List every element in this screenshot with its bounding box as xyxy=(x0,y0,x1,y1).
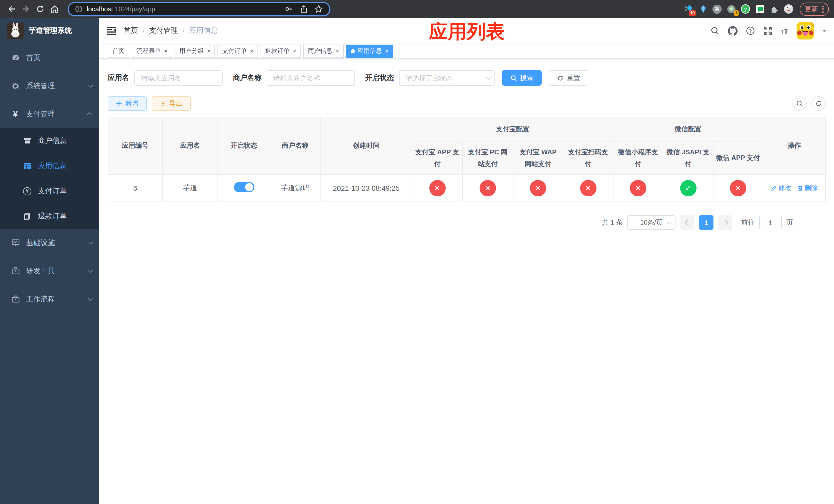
fullscreen-icon[interactable] xyxy=(764,26,773,36)
browser-update-button[interactable]: 更新 xyxy=(799,2,829,16)
tab-pay-orders[interactable]: 支付订单 xyxy=(218,44,258,58)
balloon-icon xyxy=(699,4,707,14)
col-alipay-app: 支付宝 APP 支付 xyxy=(412,142,462,175)
tab-app-info[interactable]: 应用信息 xyxy=(346,44,393,58)
next-page-button[interactable] xyxy=(718,215,732,230)
extension-yuque-icon[interactable]: y xyxy=(741,4,750,14)
sidebar-item-home[interactable]: 首页 xyxy=(0,44,99,72)
close-icon[interactable] xyxy=(249,48,253,54)
github-icon[interactable] xyxy=(728,26,738,36)
delete-link[interactable]: 删除 xyxy=(797,183,818,192)
page-number-1[interactable]: 1 xyxy=(699,215,714,230)
add-button[interactable]: 新增 xyxy=(108,96,147,111)
tab-refund-orders[interactable]: 退款订单 xyxy=(260,44,301,58)
sidebar-item-workflow[interactable]: 工作流程 xyxy=(0,285,99,313)
alipay-pc-status-icon: ✕ xyxy=(480,180,496,196)
address-bar[interactable]: localhost:1024/pay/app xyxy=(68,2,330,16)
pagination-total: 共 1 条 xyxy=(602,218,623,227)
password-key-icon[interactable] xyxy=(285,5,293,13)
dashboard-icon xyxy=(11,53,20,62)
prev-page-button[interactable] xyxy=(680,215,695,230)
browser-menu-icon[interactable] xyxy=(822,5,824,13)
sidebar-item-payment[interactable]: ¥ 支付管理 xyxy=(0,100,99,128)
sidebar-item-infrastructure[interactable]: 基础设施 xyxy=(0,229,99,257)
close-icon[interactable] xyxy=(292,48,296,54)
app-name-input[interactable] xyxy=(134,70,223,86)
reset-button[interactable]: 重置 xyxy=(549,70,588,86)
chevron-down-icon xyxy=(88,239,93,245)
sidebar-item-app-info[interactable]: 应用信息 xyxy=(0,153,99,178)
tab-merchant-info[interactable]: 商户信息 xyxy=(303,44,344,58)
browser-reload-button[interactable] xyxy=(34,3,46,15)
extension-balloon-icon[interactable] xyxy=(698,4,708,14)
browser-home-button[interactable] xyxy=(48,3,61,15)
merchant-name-input[interactable] xyxy=(267,70,355,86)
tab-user-group[interactable]: 用户分组 xyxy=(175,44,215,58)
briefcase-icon xyxy=(11,267,20,275)
status-toggle[interactable] xyxy=(234,182,254,192)
font-size-icon[interactable]: TT xyxy=(781,27,788,35)
col-alipay-wap: 支付宝 WAP 网站支付 xyxy=(513,142,563,175)
refresh-table-button[interactable] xyxy=(811,96,826,111)
profile-avatar-icon[interactable] xyxy=(784,4,793,14)
tab-label: 首页 xyxy=(112,47,125,55)
page-size-select[interactable]: 10条/页 xyxy=(627,215,676,230)
col-app-name: 应用名 xyxy=(162,117,218,175)
col-wechat-app: 微信 APP 支付 xyxy=(713,142,763,175)
status-select[interactable] xyxy=(399,70,495,86)
search-icon[interactable] xyxy=(711,26,720,36)
tab-home[interactable]: 首页 xyxy=(108,44,129,58)
help-icon[interactable]: ? xyxy=(746,26,755,36)
extension-recorder-icon[interactable]: 1 xyxy=(726,4,736,14)
sidebar-logo-row[interactable]: 芋道管理系统 xyxy=(0,18,99,44)
extensions-row: 10 ⌘ 1 y xyxy=(684,4,793,14)
sidebar-item-dev-tools[interactable]: 研发工具 xyxy=(0,257,99,285)
sidebar-item-label: 商户信息 xyxy=(38,136,92,145)
sidebar-collapse-icon[interactable] xyxy=(107,27,116,35)
col-status: 开启状态 xyxy=(218,117,270,175)
sidebar-item-label: 支付管理 xyxy=(26,110,82,119)
browser-forward-button[interactable] xyxy=(20,3,32,15)
extensions-puzzle-icon[interactable] xyxy=(769,4,779,14)
chat-bubble-icon xyxy=(755,4,765,14)
avatar-caret-down-icon[interactable] xyxy=(822,29,826,32)
sidebar-item-refund-orders[interactable]: 退款订单 xyxy=(0,204,99,229)
search-button[interactable]: 搜索 xyxy=(502,70,542,86)
wechat-jsapi-status-icon: ✓ xyxy=(680,180,696,196)
extension-chat-icon[interactable] xyxy=(755,4,765,14)
status-select-input[interactable] xyxy=(399,70,495,86)
close-icon[interactable] xyxy=(206,48,210,54)
site-info-icon[interactable] xyxy=(75,5,83,13)
edit-link[interactable]: 修改 xyxy=(771,183,792,192)
cell-app-id: 6 xyxy=(108,175,162,201)
extension-pinned-icon[interactable]: 10 xyxy=(684,4,694,14)
col-group-wechat: 微信配置 xyxy=(613,117,763,142)
tab-process-form[interactable]: 流程表单 xyxy=(132,44,172,58)
goto-page-input[interactable] xyxy=(759,216,782,229)
goto-page-suffix: 页 xyxy=(786,218,793,227)
wechat-lite-status-icon: ✕ xyxy=(630,180,646,196)
document-icon xyxy=(23,212,32,220)
share-icon[interactable] xyxy=(300,5,308,13)
user-avatar[interactable] xyxy=(796,22,814,40)
sidebar-item-system[interactable]: 系统管理 xyxy=(0,72,99,100)
browser-back-button[interactable] xyxy=(5,3,18,15)
export-button[interactable]: 导出 xyxy=(152,96,191,111)
close-icon[interactable] xyxy=(335,48,339,54)
col-app-id: 应用编号 xyxy=(108,117,162,175)
extension-command-icon[interactable]: ⌘ xyxy=(712,4,722,14)
breadcrumb-payment[interactable]: 支付管理 xyxy=(149,26,178,36)
breadcrumb-home[interactable]: 首页 xyxy=(124,26,138,36)
close-icon[interactable] xyxy=(163,48,168,54)
sidebar-item-pay-orders[interactable]: ¥ 支付订单 xyxy=(0,178,99,204)
close-icon[interactable] xyxy=(385,48,388,54)
col-created: 创建时间 xyxy=(320,117,412,175)
bookmark-star-icon[interactable] xyxy=(314,5,323,13)
app-name-label: 应用名 xyxy=(108,73,129,83)
col-wechat-jsapi: 微信 JSAPI 支付 xyxy=(663,142,713,175)
merchant-name-label: 商户名称 xyxy=(233,73,262,83)
show-search-button[interactable] xyxy=(792,96,807,111)
sidebar-item-merchant-info[interactable]: 商户信息 xyxy=(0,128,99,153)
reload-icon xyxy=(36,5,44,13)
screen: localhost:1024/pay/app 10 ⌘ 1 y xyxy=(0,0,834,504)
